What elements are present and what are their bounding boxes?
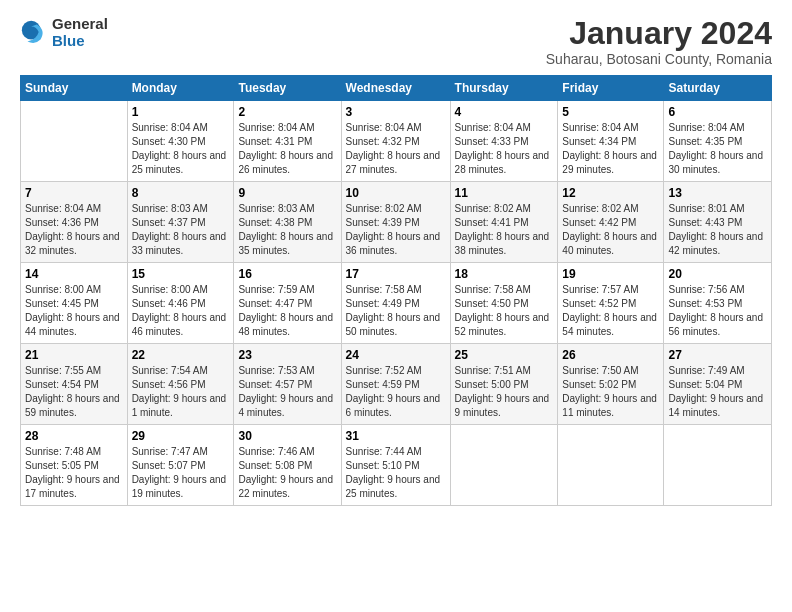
day-number: 22 (132, 348, 230, 362)
day-info: Sunrise: 7:56 AMSunset: 4:53 PMDaylight:… (668, 284, 763, 337)
location-subtitle: Suharau, Botosani County, Romania (546, 51, 772, 67)
calendar-cell: 23 Sunrise: 7:53 AMSunset: 4:57 PMDaylig… (234, 344, 341, 425)
calendar-cell: 3 Sunrise: 8:04 AMSunset: 4:32 PMDayligh… (341, 101, 450, 182)
calendar-cell: 16 Sunrise: 7:59 AMSunset: 4:47 PMDaylig… (234, 263, 341, 344)
header-sunday: Sunday (21, 76, 128, 101)
day-number: 7 (25, 186, 123, 200)
day-info: Sunrise: 7:49 AMSunset: 5:04 PMDaylight:… (668, 365, 763, 418)
day-info: Sunrise: 7:53 AMSunset: 4:57 PMDaylight:… (238, 365, 333, 418)
calendar-cell: 9 Sunrise: 8:03 AMSunset: 4:38 PMDayligh… (234, 182, 341, 263)
calendar-week-3: 14 Sunrise: 8:00 AMSunset: 4:45 PMDaylig… (21, 263, 772, 344)
day-number: 6 (668, 105, 767, 119)
calendar-cell: 4 Sunrise: 8:04 AMSunset: 4:33 PMDayligh… (450, 101, 558, 182)
day-number: 12 (562, 186, 659, 200)
calendar-cell: 8 Sunrise: 8:03 AMSunset: 4:37 PMDayligh… (127, 182, 234, 263)
day-number: 1 (132, 105, 230, 119)
day-info: Sunrise: 8:04 AMSunset: 4:34 PMDaylight:… (562, 122, 657, 175)
calendar-cell: 27 Sunrise: 7:49 AMSunset: 5:04 PMDaylig… (664, 344, 772, 425)
calendar-cell: 18 Sunrise: 7:58 AMSunset: 4:50 PMDaylig… (450, 263, 558, 344)
calendar-cell (21, 101, 128, 182)
day-info: Sunrise: 7:57 AMSunset: 4:52 PMDaylight:… (562, 284, 657, 337)
day-info: Sunrise: 7:47 AMSunset: 5:07 PMDaylight:… (132, 446, 227, 499)
calendar-header: Sunday Monday Tuesday Wednesday Thursday… (21, 76, 772, 101)
day-info: Sunrise: 7:58 AMSunset: 4:50 PMDaylight:… (455, 284, 550, 337)
calendar-cell: 24 Sunrise: 7:52 AMSunset: 4:59 PMDaylig… (341, 344, 450, 425)
day-number: 24 (346, 348, 446, 362)
calendar-cell: 22 Sunrise: 7:54 AMSunset: 4:56 PMDaylig… (127, 344, 234, 425)
calendar-cell: 14 Sunrise: 8:00 AMSunset: 4:45 PMDaylig… (21, 263, 128, 344)
day-info: Sunrise: 8:00 AMSunset: 4:46 PMDaylight:… (132, 284, 227, 337)
day-info: Sunrise: 7:54 AMSunset: 4:56 PMDaylight:… (132, 365, 227, 418)
day-number: 3 (346, 105, 446, 119)
day-number: 16 (238, 267, 336, 281)
day-info: Sunrise: 7:50 AMSunset: 5:02 PMDaylight:… (562, 365, 657, 418)
calendar-cell: 7 Sunrise: 8:04 AMSunset: 4:36 PMDayligh… (21, 182, 128, 263)
calendar-week-2: 7 Sunrise: 8:04 AMSunset: 4:36 PMDayligh… (21, 182, 772, 263)
day-info: Sunrise: 7:59 AMSunset: 4:47 PMDaylight:… (238, 284, 333, 337)
day-number: 10 (346, 186, 446, 200)
page-container: General Blue January 2024 Suharau, Botos… (0, 0, 792, 516)
calendar-cell: 6 Sunrise: 8:04 AMSunset: 4:35 PMDayligh… (664, 101, 772, 182)
logo-general: General (52, 16, 108, 33)
calendar-cell: 15 Sunrise: 8:00 AMSunset: 4:46 PMDaylig… (127, 263, 234, 344)
day-number: 18 (455, 267, 554, 281)
day-info: Sunrise: 8:04 AMSunset: 4:31 PMDaylight:… (238, 122, 333, 175)
calendar-cell: 5 Sunrise: 8:04 AMSunset: 4:34 PMDayligh… (558, 101, 664, 182)
day-info: Sunrise: 7:48 AMSunset: 5:05 PMDaylight:… (25, 446, 120, 499)
weekday-header-row: Sunday Monday Tuesday Wednesday Thursday… (21, 76, 772, 101)
day-number: 17 (346, 267, 446, 281)
day-number: 19 (562, 267, 659, 281)
day-number: 25 (455, 348, 554, 362)
calendar-cell (664, 425, 772, 506)
day-number: 23 (238, 348, 336, 362)
calendar-week-5: 28 Sunrise: 7:48 AMSunset: 5:05 PMDaylig… (21, 425, 772, 506)
day-info: Sunrise: 8:01 AMSunset: 4:43 PMDaylight:… (668, 203, 763, 256)
header-wednesday: Wednesday (341, 76, 450, 101)
calendar-cell: 29 Sunrise: 7:47 AMSunset: 5:07 PMDaylig… (127, 425, 234, 506)
header-monday: Monday (127, 76, 234, 101)
calendar-cell: 12 Sunrise: 8:02 AMSunset: 4:42 PMDaylig… (558, 182, 664, 263)
day-info: Sunrise: 8:04 AMSunset: 4:36 PMDaylight:… (25, 203, 120, 256)
logo-text: General Blue (52, 16, 108, 49)
calendar-cell: 30 Sunrise: 7:46 AMSunset: 5:08 PMDaylig… (234, 425, 341, 506)
day-number: 31 (346, 429, 446, 443)
calendar-cell (558, 425, 664, 506)
calendar-week-4: 21 Sunrise: 7:55 AMSunset: 4:54 PMDaylig… (21, 344, 772, 425)
calendar-cell: 26 Sunrise: 7:50 AMSunset: 5:02 PMDaylig… (558, 344, 664, 425)
day-info: Sunrise: 8:02 AMSunset: 4:39 PMDaylight:… (346, 203, 441, 256)
calendar-cell: 17 Sunrise: 7:58 AMSunset: 4:49 PMDaylig… (341, 263, 450, 344)
day-number: 21 (25, 348, 123, 362)
calendar-body: 1 Sunrise: 8:04 AMSunset: 4:30 PMDayligh… (21, 101, 772, 506)
day-number: 4 (455, 105, 554, 119)
header-row: General Blue January 2024 Suharau, Botos… (20, 16, 772, 67)
day-number: 26 (562, 348, 659, 362)
day-number: 11 (455, 186, 554, 200)
day-number: 13 (668, 186, 767, 200)
day-number: 28 (25, 429, 123, 443)
day-number: 8 (132, 186, 230, 200)
calendar-cell: 28 Sunrise: 7:48 AMSunset: 5:05 PMDaylig… (21, 425, 128, 506)
day-number: 30 (238, 429, 336, 443)
logo: General Blue (20, 16, 108, 49)
calendar-table: Sunday Monday Tuesday Wednesday Thursday… (20, 75, 772, 506)
day-info: Sunrise: 7:51 AMSunset: 5:00 PMDaylight:… (455, 365, 550, 418)
calendar-cell: 19 Sunrise: 7:57 AMSunset: 4:52 PMDaylig… (558, 263, 664, 344)
day-info: Sunrise: 7:55 AMSunset: 4:54 PMDaylight:… (25, 365, 120, 418)
day-info: Sunrise: 8:03 AMSunset: 4:37 PMDaylight:… (132, 203, 227, 256)
day-number: 2 (238, 105, 336, 119)
day-info: Sunrise: 7:46 AMSunset: 5:08 PMDaylight:… (238, 446, 333, 499)
title-block: January 2024 Suharau, Botosani County, R… (546, 16, 772, 67)
calendar-cell: 31 Sunrise: 7:44 AMSunset: 5:10 PMDaylig… (341, 425, 450, 506)
day-info: Sunrise: 7:52 AMSunset: 4:59 PMDaylight:… (346, 365, 441, 418)
calendar-week-1: 1 Sunrise: 8:04 AMSunset: 4:30 PMDayligh… (21, 101, 772, 182)
header-thursday: Thursday (450, 76, 558, 101)
calendar-cell: 10 Sunrise: 8:02 AMSunset: 4:39 PMDaylig… (341, 182, 450, 263)
calendar-cell: 21 Sunrise: 7:55 AMSunset: 4:54 PMDaylig… (21, 344, 128, 425)
calendar-cell: 20 Sunrise: 7:56 AMSunset: 4:53 PMDaylig… (664, 263, 772, 344)
day-info: Sunrise: 8:02 AMSunset: 4:41 PMDaylight:… (455, 203, 550, 256)
day-number: 5 (562, 105, 659, 119)
day-number: 20 (668, 267, 767, 281)
day-info: Sunrise: 7:44 AMSunset: 5:10 PMDaylight:… (346, 446, 441, 499)
day-info: Sunrise: 8:03 AMSunset: 4:38 PMDaylight:… (238, 203, 333, 256)
logo-icon (20, 19, 48, 47)
